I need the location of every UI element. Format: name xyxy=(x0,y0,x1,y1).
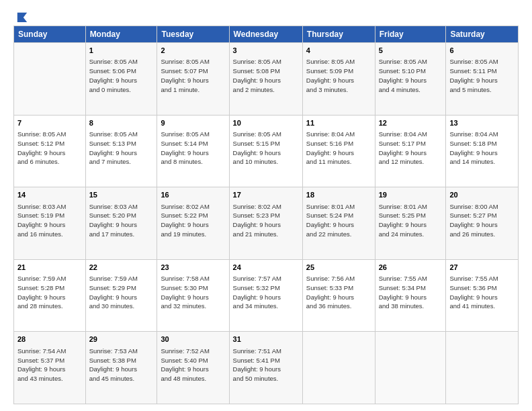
weekday-header-friday: Friday xyxy=(375,26,446,43)
weekday-header-tuesday: Tuesday xyxy=(157,26,229,43)
day-number: 10 xyxy=(233,118,299,128)
day-info: Sunrise: 8:05 AMSunset: 5:10 PMDaylight:… xyxy=(379,57,443,94)
day-number: 20 xyxy=(449,190,515,200)
day-number: 6 xyxy=(449,46,515,56)
day-info: Sunrise: 8:05 AMSunset: 5:11 PMDaylight:… xyxy=(449,57,515,94)
day-number: 21 xyxy=(17,263,82,273)
calendar-cell: 2Sunrise: 8:05 AMSunset: 5:07 PMDaylight… xyxy=(157,43,229,116)
day-number: 26 xyxy=(379,263,443,273)
day-number: 27 xyxy=(449,263,515,273)
day-number: 18 xyxy=(306,190,371,200)
calendar-cell: 9Sunrise: 8:05 AMSunset: 5:14 PMDaylight… xyxy=(157,115,229,187)
day-number: 14 xyxy=(17,190,82,200)
calendar-cell: 3Sunrise: 8:05 AMSunset: 5:08 PMDaylight… xyxy=(229,43,302,116)
calendar-cell: 21Sunrise: 7:59 AMSunset: 5:28 PMDayligh… xyxy=(14,259,86,332)
day-info: Sunrise: 8:01 AMSunset: 5:25 PMDaylight:… xyxy=(379,202,443,239)
day-info: Sunrise: 7:57 AMSunset: 5:32 PMDaylight:… xyxy=(233,274,299,311)
day-number: 1 xyxy=(89,46,154,56)
day-info: Sunrise: 8:00 AMSunset: 5:27 PMDaylight:… xyxy=(449,202,515,239)
calendar-cell: 24Sunrise: 7:57 AMSunset: 5:32 PMDayligh… xyxy=(229,259,302,332)
weekday-header-saturday: Saturday xyxy=(446,26,519,43)
calendar-cell: 6Sunrise: 8:05 AMSunset: 5:11 PMDaylight… xyxy=(446,43,519,116)
calendar-cell: 17Sunrise: 8:02 AMSunset: 5:23 PMDayligh… xyxy=(229,187,302,260)
day-info: Sunrise: 8:05 AMSunset: 5:08 PMDaylight:… xyxy=(233,57,299,94)
day-number: 23 xyxy=(161,263,225,273)
day-info: Sunrise: 7:59 AMSunset: 5:28 PMDaylight:… xyxy=(17,274,82,311)
calendar-cell: 12Sunrise: 8:04 AMSunset: 5:17 PMDayligh… xyxy=(375,115,446,187)
day-number: 24 xyxy=(233,263,299,273)
day-number: 17 xyxy=(233,190,299,200)
calendar-cell: 7Sunrise: 8:05 AMSunset: 5:12 PMDaylight… xyxy=(14,115,86,187)
day-number: 16 xyxy=(161,190,225,200)
calendar-cell: 4Sunrise: 8:05 AMSunset: 5:09 PMDaylight… xyxy=(302,43,375,116)
day-info: Sunrise: 8:05 AMSunset: 5:13 PMDaylight:… xyxy=(89,130,154,167)
calendar-cell: 16Sunrise: 8:02 AMSunset: 5:22 PMDayligh… xyxy=(157,187,229,260)
day-number: 12 xyxy=(379,118,443,128)
day-number: 7 xyxy=(17,118,82,128)
calendar-cell: 25Sunrise: 7:56 AMSunset: 5:33 PMDayligh… xyxy=(302,259,375,332)
day-info: Sunrise: 7:55 AMSunset: 5:34 PMDaylight:… xyxy=(379,274,443,311)
day-info: Sunrise: 8:03 AMSunset: 5:20 PMDaylight:… xyxy=(89,202,154,239)
calendar-cell: 14Sunrise: 8:03 AMSunset: 5:19 PMDayligh… xyxy=(14,187,86,260)
day-info: Sunrise: 7:58 AMSunset: 5:30 PMDaylight:… xyxy=(161,274,225,311)
day-number: 22 xyxy=(89,263,154,273)
day-number: 19 xyxy=(379,190,443,200)
page: SundayMondayTuesdayWednesdayThursdayFrid… xyxy=(0,0,532,411)
day-info: Sunrise: 8:05 AMSunset: 5:06 PMDaylight:… xyxy=(89,57,154,94)
day-number: 8 xyxy=(89,118,154,128)
calendar-table: SundayMondayTuesdayWednesdayThursdayFrid… xyxy=(13,26,519,404)
day-info: Sunrise: 7:54 AMSunset: 5:37 PMDaylight:… xyxy=(17,347,82,383)
day-info: Sunrise: 7:56 AMSunset: 5:33 PMDaylight:… xyxy=(306,274,371,311)
weekday-header-row: SundayMondayTuesdayWednesdayThursdayFrid… xyxy=(14,26,519,43)
svg-marker-0 xyxy=(17,13,27,22)
day-info: Sunrise: 8:02 AMSunset: 5:23 PMDaylight:… xyxy=(233,202,299,239)
day-info: Sunrise: 8:04 AMSunset: 5:17 PMDaylight:… xyxy=(379,130,443,167)
day-info: Sunrise: 8:04 AMSunset: 5:18 PMDaylight:… xyxy=(449,130,515,167)
calendar-cell: 20Sunrise: 8:00 AMSunset: 5:27 PMDayligh… xyxy=(446,187,519,260)
calendar-cell: 19Sunrise: 8:01 AMSunset: 5:25 PMDayligh… xyxy=(375,187,446,260)
day-number: 15 xyxy=(89,190,154,200)
calendar-cell: 27Sunrise: 7:55 AMSunset: 5:36 PMDayligh… xyxy=(446,259,519,332)
day-info: Sunrise: 7:51 AMSunset: 5:41 PMDaylight:… xyxy=(233,347,299,383)
logo xyxy=(13,11,28,19)
week-row-1: 1Sunrise: 8:05 AMSunset: 5:06 PMDaylight… xyxy=(14,43,519,116)
weekday-header-wednesday: Wednesday xyxy=(229,26,302,43)
calendar-cell: 18Sunrise: 8:01 AMSunset: 5:24 PMDayligh… xyxy=(302,187,375,260)
day-info: Sunrise: 7:52 AMSunset: 5:40 PMDaylight:… xyxy=(161,347,225,383)
calendar-cell: 10Sunrise: 8:05 AMSunset: 5:15 PMDayligh… xyxy=(229,115,302,187)
day-number: 5 xyxy=(379,46,443,56)
day-info: Sunrise: 8:04 AMSunset: 5:16 PMDaylight:… xyxy=(306,130,371,167)
day-info: Sunrise: 8:05 AMSunset: 5:15 PMDaylight:… xyxy=(233,130,299,167)
calendar-cell: 5Sunrise: 8:05 AMSunset: 5:10 PMDaylight… xyxy=(375,43,446,116)
day-info: Sunrise: 8:02 AMSunset: 5:22 PMDaylight:… xyxy=(161,202,225,239)
calendar-cell: 28Sunrise: 7:54 AMSunset: 5:37 PMDayligh… xyxy=(14,332,86,404)
calendar-cell xyxy=(14,43,86,116)
calendar-cell: 15Sunrise: 8:03 AMSunset: 5:20 PMDayligh… xyxy=(85,187,157,260)
day-info: Sunrise: 8:05 AMSunset: 5:07 PMDaylight:… xyxy=(161,57,225,94)
header xyxy=(13,11,519,19)
calendar-cell: 8Sunrise: 8:05 AMSunset: 5:13 PMDaylight… xyxy=(85,115,157,187)
day-info: Sunrise: 7:59 AMSunset: 5:29 PMDaylight:… xyxy=(89,274,154,311)
calendar-cell xyxy=(375,332,446,404)
calendar-cell: 30Sunrise: 7:52 AMSunset: 5:40 PMDayligh… xyxy=(157,332,229,404)
calendar-cell xyxy=(302,332,375,404)
day-number: 30 xyxy=(161,334,225,345)
weekday-header-sunday: Sunday xyxy=(14,26,86,43)
day-number: 13 xyxy=(449,118,515,128)
day-info: Sunrise: 7:55 AMSunset: 5:36 PMDaylight:… xyxy=(449,274,515,311)
day-info: Sunrise: 8:01 AMSunset: 5:24 PMDaylight:… xyxy=(306,202,371,239)
logo-flag-icon xyxy=(16,11,28,23)
day-number: 11 xyxy=(306,118,371,128)
calendar-cell: 23Sunrise: 7:58 AMSunset: 5:30 PMDayligh… xyxy=(157,259,229,332)
week-row-2: 7Sunrise: 8:05 AMSunset: 5:12 PMDaylight… xyxy=(14,115,519,187)
day-number: 25 xyxy=(306,263,371,273)
weekday-header-thursday: Thursday xyxy=(302,26,375,43)
day-info: Sunrise: 8:03 AMSunset: 5:19 PMDaylight:… xyxy=(17,202,82,239)
calendar-cell: 13Sunrise: 8:04 AMSunset: 5:18 PMDayligh… xyxy=(446,115,519,187)
day-number: 2 xyxy=(161,46,225,56)
day-number: 31 xyxy=(233,334,299,345)
calendar-cell: 11Sunrise: 8:04 AMSunset: 5:16 PMDayligh… xyxy=(302,115,375,187)
week-row-3: 14Sunrise: 8:03 AMSunset: 5:19 PMDayligh… xyxy=(14,187,519,260)
day-info: Sunrise: 8:05 AMSunset: 5:09 PMDaylight:… xyxy=(306,57,371,94)
calendar-cell: 1Sunrise: 8:05 AMSunset: 5:06 PMDaylight… xyxy=(85,43,157,116)
